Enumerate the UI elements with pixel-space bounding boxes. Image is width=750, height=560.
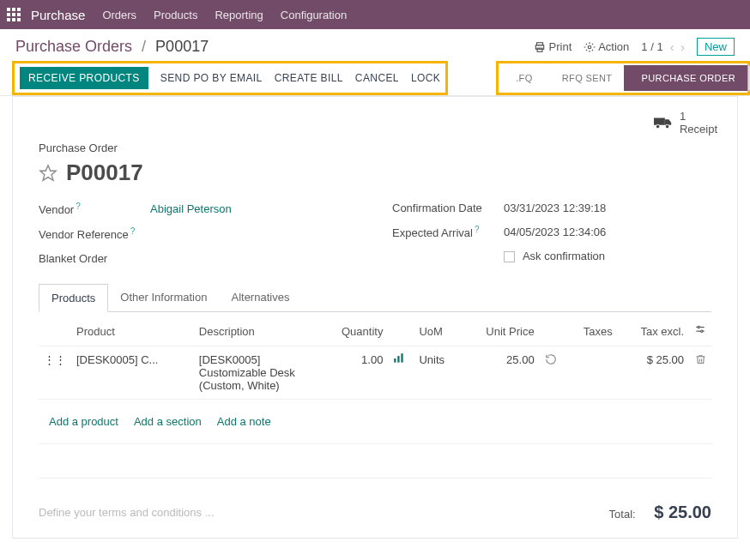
svg-point-11 <box>701 330 703 332</box>
svg-rect-4 <box>654 118 665 125</box>
svg-rect-14 <box>402 353 403 363</box>
pager-next[interactable]: › <box>680 40 685 54</box>
vendor-field[interactable]: Abigail Peterson <box>150 202 232 215</box>
menu-products[interactable]: Products <box>154 9 197 21</box>
main-menu: Orders Products Reporting Configuration <box>102 9 347 21</box>
view-header: Purchase Orders / P00017 Print Action 1 … <box>0 29 750 61</box>
forecast-icon[interactable] <box>393 353 405 364</box>
add-product-link[interactable]: Add a product <box>49 415 118 428</box>
help-icon[interactable]: ? <box>130 226 136 236</box>
tabs: Products Other Information Alternatives <box>39 284 711 312</box>
svg-rect-13 <box>398 356 400 363</box>
apps-icon[interactable] <box>7 8 21 21</box>
col-unit-price[interactable]: Unit Price <box>462 317 540 346</box>
terms-field[interactable]: Define your terms and conditions ... <box>39 506 215 519</box>
col-taxes[interactable]: Taxes <box>566 317 618 346</box>
cell-quantity[interactable]: 1.00 <box>319 346 388 399</box>
new-button[interactable]: New <box>697 38 735 56</box>
table-row[interactable]: ⋮⋮ [DESK0005] C... [DESK0005] Customizab… <box>39 346 711 399</box>
adjust-columns-icon[interactable] <box>694 324 706 336</box>
help-icon[interactable]: ? <box>76 202 81 211</box>
po-name: P00017 <box>66 160 143 186</box>
col-product[interactable]: Product <box>71 317 194 346</box>
status-rfq-sent[interactable]: RFQ SENT <box>545 65 625 91</box>
svg-point-3 <box>589 46 592 50</box>
expected-arrival-label: Expected Arrival? <box>392 225 504 239</box>
svg-point-5 <box>656 124 659 128</box>
star-icon[interactable] <box>39 164 57 183</box>
menu-reporting[interactable]: Reporting <box>215 9 263 21</box>
delete-row-icon[interactable] <box>695 353 706 365</box>
app-title[interactable]: Purchase <box>31 8 85 22</box>
create-bill-button[interactable]: CREATE BILL <box>275 72 343 84</box>
col-description[interactable]: Description <box>194 317 319 346</box>
receipt-stat-button[interactable]: 1 Receipt <box>650 107 722 138</box>
pager-prev[interactable]: ‹ <box>670 40 674 54</box>
action-buttons-highlight: RECEIVE PRODUCTS SEND PO BY EMAIL CREATE… <box>12 61 448 95</box>
pager: 1 / 1 ‹ › <box>641 40 685 54</box>
print-button[interactable]: Print <box>534 40 572 54</box>
svg-point-6 <box>665 124 668 128</box>
checkbox-icon[interactable] <box>504 251 515 262</box>
status-rfq[interactable]: .FQ <box>499 65 545 91</box>
gear-icon <box>584 41 596 53</box>
menu-orders[interactable]: Orders <box>102 9 136 21</box>
svg-rect-12 <box>395 358 396 363</box>
lock-button[interactable]: LOCK <box>411 72 440 84</box>
svg-point-9 <box>698 326 699 328</box>
drag-handle-icon[interactable]: ⋮⋮ <box>39 346 71 399</box>
po-caption: Purchase Order <box>39 142 711 154</box>
confirmation-date-value: 03/31/2023 12:39:18 <box>504 202 606 214</box>
pager-count: 1 / 1 <box>641 40 662 53</box>
col-quantity[interactable]: Quantity <box>319 317 388 346</box>
cell-product[interactable]: [DESK0005] C... <box>71 346 194 399</box>
breadcrumb: Purchase Orders / P00017 <box>15 38 209 56</box>
tab-other-info[interactable]: Other Information <box>108 284 219 311</box>
action-button[interactable]: Action <box>584 40 629 54</box>
cell-uom[interactable]: Units <box>414 346 461 399</box>
truck-icon <box>654 116 673 129</box>
vendor-ref-label: Vendor Reference? <box>39 226 150 241</box>
svg-marker-7 <box>40 165 56 179</box>
receipt-count: 1 <box>680 110 717 123</box>
cell-tax-excl: $ 25.00 <box>618 346 689 399</box>
form-footer: Define your terms and conditions ... Tot… <box>13 487 737 538</box>
control-bar: RECEIVE PRODUCTS SEND PO BY EMAIL CREATE… <box>0 61 750 96</box>
form-sheet: 1 Receipt Purchase Order P00017 Vendor? … <box>12 96 738 539</box>
add-section-link[interactable]: Add a section <box>134 415 202 428</box>
total-label: Total: <box>609 508 636 521</box>
tab-alternatives[interactable]: Alternatives <box>219 284 301 311</box>
cell-unit-price[interactable]: 25.00 <box>462 346 540 399</box>
vendor-label: Vendor? <box>39 202 150 216</box>
cancel-button[interactable]: CANCEL <box>355 72 399 84</box>
send-po-button[interactable]: SEND PO BY EMAIL <box>160 72 263 84</box>
total-value: $ 25.00 <box>654 503 711 521</box>
receive-products-button[interactable]: RECEIVE PRODUCTS <box>20 67 148 89</box>
refresh-icon[interactable] <box>545 353 557 365</box>
cell-taxes[interactable] <box>566 346 618 399</box>
breadcrumb-root[interactable]: Purchase Orders <box>15 38 132 55</box>
blanket-label: Blanket Order <box>39 252 150 265</box>
receipt-label: Receipt <box>680 123 717 135</box>
col-uom[interactable]: UoM <box>414 317 461 346</box>
ask-confirmation-field[interactable]: Ask confirmation <box>504 250 605 262</box>
menu-configuration[interactable]: Configuration <box>281 9 347 21</box>
status-steps-highlight: .FQ RFQ SENT PURCHASE ORDER <box>496 61 750 95</box>
confirmation-date-label: Confirmation Date <box>392 202 504 214</box>
help-icon[interactable]: ? <box>475 225 480 234</box>
breadcrumb-current: P00017 <box>155 38 209 55</box>
cell-description[interactable]: [DESK0005] Customizable Desk (Custom, Wh… <box>194 346 319 399</box>
col-tax-excl[interactable]: Tax excl. <box>618 317 689 346</box>
add-note-link[interactable]: Add a note <box>217 415 271 428</box>
printer-icon <box>534 41 546 53</box>
expected-arrival-value[interactable]: 04/05/2023 12:34:06 <box>504 226 606 238</box>
status-purchase-order[interactable]: PURCHASE ORDER <box>624 65 747 91</box>
order-lines-table: Product Description Quantity UoM Unit Pr… <box>39 317 711 479</box>
tab-products[interactable]: Products <box>39 284 108 312</box>
top-navbar: Purchase Orders Products Reporting Confi… <box>0 0 750 29</box>
